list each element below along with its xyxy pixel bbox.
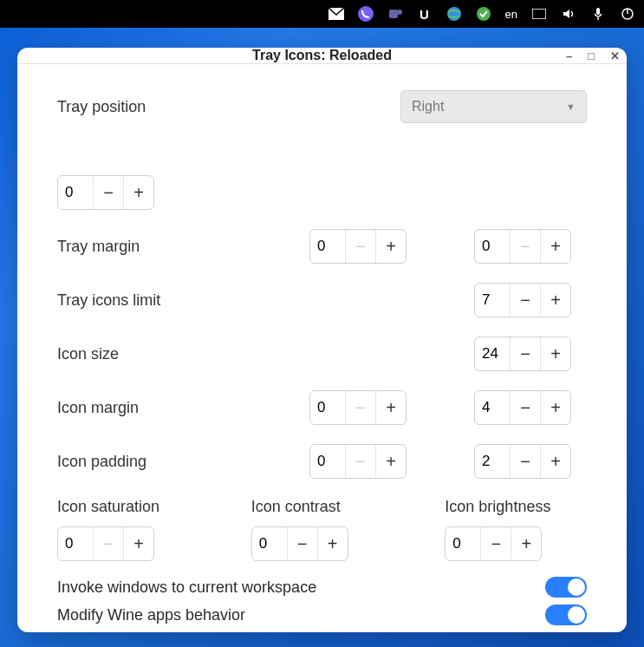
increment-button[interactable]: + xyxy=(375,445,406,478)
icons-limit-input[interactable] xyxy=(475,284,510,317)
icons-limit-stepper[interactable]: − + xyxy=(474,283,571,317)
decrement-button[interactable]: − xyxy=(510,337,540,370)
svg-point-5 xyxy=(477,7,491,21)
icon-margin-left-input[interactable] xyxy=(310,391,345,424)
increment-button[interactable]: + xyxy=(540,391,570,424)
tray-margin-right-input[interactable] xyxy=(475,230,510,263)
mail-icon[interactable] xyxy=(329,6,344,22)
increment-button[interactable]: + xyxy=(540,337,570,370)
decrement-button[interactable]: − xyxy=(345,391,375,424)
decrement-button[interactable]: − xyxy=(287,527,317,560)
icon-margin-right-stepper[interactable]: − + xyxy=(474,390,571,425)
minimize-button[interactable]: – xyxy=(566,49,572,62)
viber-icon[interactable] xyxy=(358,6,374,22)
saturation-input[interactable] xyxy=(58,527,93,560)
lang-indicator[interactable]: en xyxy=(505,8,517,21)
icon-size-label: Icon size xyxy=(57,345,257,363)
decrement-button[interactable]: − xyxy=(510,391,540,424)
system-topbar: U en xyxy=(0,0,644,28)
svg-point-3 xyxy=(397,10,402,15)
increment-button[interactable]: + xyxy=(375,391,406,424)
close-button[interactable]: ✕ xyxy=(610,49,620,62)
decrement-button[interactable]: − xyxy=(345,445,375,478)
saturation-stepper[interactable]: − + xyxy=(57,526,154,561)
decrement-button[interactable]: − xyxy=(93,176,123,209)
icon-padding-left-input[interactable] xyxy=(310,445,345,478)
settings-content: Tray position Right ▼ − + Tray margin − … xyxy=(17,64,627,647)
globe-icon[interactable] xyxy=(446,6,462,22)
increment-button[interactable]: + xyxy=(123,176,153,209)
decrement-button[interactable]: − xyxy=(510,445,540,478)
tray-margin-left-input[interactable] xyxy=(310,230,345,263)
decrement-button[interactable]: − xyxy=(480,527,511,560)
icon-padding-right-stepper[interactable]: − + xyxy=(474,444,571,479)
icon-padding-right-input[interactable] xyxy=(475,445,510,478)
window-title: Tray Icons: Reloaded xyxy=(252,48,392,63)
maximize-button[interactable]: □ xyxy=(588,49,595,62)
decrement-button[interactable]: − xyxy=(93,527,123,560)
wine-label: Modify Wine apps behavior xyxy=(57,606,245,624)
teams-icon[interactable] xyxy=(387,6,403,22)
svg-rect-2 xyxy=(389,10,398,18)
invoke-label: Invoke windows to current workspace xyxy=(57,578,316,597)
svg-rect-7 xyxy=(596,8,600,15)
screen-icon[interactable] xyxy=(531,6,547,22)
increment-button[interactable]: + xyxy=(540,230,570,263)
mic-icon[interactable] xyxy=(590,6,606,22)
contrast-label: Icon contrast xyxy=(251,498,394,516)
contrast-stepper[interactable]: − + xyxy=(251,526,348,561)
icon-margin-right-input[interactable] xyxy=(475,391,510,424)
saturation-label: Icon saturation xyxy=(57,498,199,516)
settings-window: Tray Icons: Reloaded – □ ✕ Tray position… xyxy=(17,48,627,632)
icon-padding-left-stepper[interactable]: − + xyxy=(309,444,407,479)
icon-padding-label: Icon padding xyxy=(57,453,257,471)
svg-point-1 xyxy=(358,6,374,22)
svg-point-4 xyxy=(447,7,461,21)
tray-position-label: Tray position xyxy=(57,98,366,116)
tray-margin-label: Tray margin xyxy=(57,238,257,256)
increment-button[interactable]: + xyxy=(540,284,570,317)
increment-button[interactable]: + xyxy=(511,527,541,560)
icon-margin-left-stepper[interactable]: − + xyxy=(309,390,407,425)
u-icon[interactable]: U xyxy=(417,6,433,22)
increment-button[interactable]: + xyxy=(540,445,570,478)
brightness-input[interactable] xyxy=(446,527,480,560)
volume-icon[interactable] xyxy=(561,6,576,22)
invoke-toggle[interactable] xyxy=(545,577,587,598)
wine-toggle[interactable] xyxy=(545,605,587,625)
increment-button[interactable]: + xyxy=(375,230,406,263)
decrement-button[interactable]: − xyxy=(345,230,375,263)
increment-button[interactable]: + xyxy=(123,527,153,560)
increment-button[interactable]: + xyxy=(317,527,348,560)
icon-size-stepper[interactable]: − + xyxy=(474,337,571,371)
icons-limit-label: Tray icons limit xyxy=(57,291,257,310)
chevron-down-icon: ▼ xyxy=(566,101,576,112)
icon-margin-label: Icon margin xyxy=(57,399,257,417)
tray-position-dropdown[interactable]: Right ▼ xyxy=(400,90,587,123)
brightness-stepper[interactable]: − + xyxy=(445,526,542,561)
check-icon[interactable] xyxy=(476,6,491,22)
tray-position-offset-stepper[interactable]: − + xyxy=(57,175,154,210)
tray-margin-left-stepper[interactable]: − + xyxy=(309,229,407,264)
contrast-input[interactable] xyxy=(252,527,287,560)
svg-rect-6 xyxy=(532,9,546,19)
titlebar: Tray Icons: Reloaded – □ ✕ xyxy=(17,48,627,64)
tray-position-offset-input[interactable] xyxy=(58,176,93,209)
icon-size-input[interactable] xyxy=(475,337,510,370)
decrement-button[interactable]: − xyxy=(510,230,540,263)
power-icon[interactable] xyxy=(620,6,635,22)
tray-margin-right-stepper[interactable]: − + xyxy=(474,229,571,264)
brightness-label: Icon brightness xyxy=(445,498,587,516)
decrement-button[interactable]: − xyxy=(510,284,540,317)
